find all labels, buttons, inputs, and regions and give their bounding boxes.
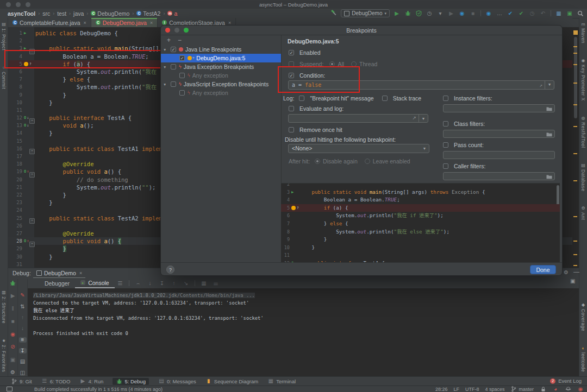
add-breakpoint-button[interactable]: + (167, 36, 171, 44)
run-disabled-button[interactable]: ▶ (448, 11, 454, 16)
commit-button[interactable]: ✔ (518, 11, 524, 16)
toolwindow-sequence-diagram[interactable]: ▮Sequence Diagram (205, 378, 258, 384)
folder-icon[interactable] (546, 106, 552, 112)
toolwindow-todo[interactable]: ☰6: TODO (41, 378, 71, 384)
debug-session-icon[interactable] (9, 280, 17, 287)
evaluate-and-log-checkbox[interactable]: Evaluate and log: (289, 105, 344, 112)
toolwindow-commit[interactable]: ○Commit (1, 66, 7, 89)
step-over-icon[interactable]: ⌢ (135, 281, 141, 286)
run-config-selector[interactable]: DebugDemo ▾ (341, 9, 390, 17)
gutter-icons[interactable]: ▶ (291, 188, 294, 197)
toolwindow-run[interactable]: ▶4: Run (79, 378, 103, 384)
settings-gear-button[interactable]: ⚙ (9, 369, 17, 376)
conditional-breakpoint-icon[interactable] (24, 62, 28, 66)
debug-session-tab[interactable]: DebugDemo × (33, 268, 85, 278)
build-hammer-icon[interactable] (330, 10, 337, 16)
step-into-icon[interactable]: ↓ (147, 281, 153, 286)
mute-breakpoints-button[interactable]: ⊘ (9, 344, 17, 350)
tree-item[interactable]: ϟAny exception (161, 71, 281, 80)
tree-item[interactable]: ▼ϟJavaScript Exception Breakpoints (161, 80, 281, 88)
error-indicator-icon[interactable]: ◉ (577, 387, 584, 392)
overriding-marker-icon[interactable]: O (24, 168, 26, 175)
pause-button[interactable]: ‖ (9, 306, 17, 312)
enabled-checkbox[interactable]: ✓Enabled (289, 49, 321, 56)
help-button[interactable]: ? (166, 265, 174, 274)
tree-item-checkbox[interactable]: ✓ (179, 55, 185, 61)
event-log-button[interactable]: 2 Event Log (550, 378, 582, 384)
editor-scrollbar[interactable] (572, 27, 579, 268)
editor-tab-completablefuture-java[interactable]: CCompletableFuture.java× (8, 18, 91, 27)
status-item[interactable]: 4 spaces (485, 387, 504, 392)
clear-console-button[interactable]: ✎ (19, 293, 27, 298)
profiler-status-icon[interactable]: ◕ (552, 387, 559, 392)
log-message-checkbox[interactable] (299, 96, 304, 101)
scroll-to-end-button[interactable]: ↧ (19, 348, 27, 353)
next-occurrence-button[interactable]: ↓ (19, 326, 27, 331)
async-profiler-icon[interactable]: ◉ (485, 11, 492, 16)
tree-item-checkbox[interactable] (179, 73, 185, 78)
gutter-icons[interactable]: ? (291, 204, 299, 212)
tab-console[interactable]: ▸Console (75, 278, 115, 288)
toolwindow-structure[interactable]: ▥2: Structure (1, 290, 7, 324)
force-step-into-icon[interactable]: ↧ (159, 281, 165, 286)
toolwindow-keypromoter[interactable]: ◉Key Promoter X (580, 59, 586, 101)
attach-debugger-icon[interactable]: ◉ (459, 11, 465, 16)
breadcrumb-item[interactable]: CTestA2 (136, 10, 160, 17)
run-arrow-icon[interactable]: ▶ (24, 29, 26, 37)
debug-button[interactable] (404, 10, 411, 16)
tree-item[interactable]: ϟAny exception (161, 88, 281, 97)
debug-console[interactable]: /Library/Java/JavaVirtualMachines/jdk1.8… (28, 288, 579, 377)
editor-tab-debugdemo-java[interactable]: CDebugDemo.java× (91, 18, 158, 27)
disable-until-select[interactable]: <None> ▼ (288, 144, 429, 153)
remove-breakpoint-button[interactable]: − (178, 36, 182, 44)
suspend-all-radio[interactable] (329, 61, 335, 67)
tree-item[interactable]: ▼ϟJava Exception Breakpoints (161, 62, 281, 71)
suspend-row[interactable]: Suspend: All Thread (289, 61, 377, 67)
breadcrumb-item[interactable]: asyncTool (8, 10, 35, 17)
preview-button[interactable]: ▣ (566, 11, 573, 16)
gutter-icons[interactable]: O↑ (24, 168, 29, 175)
run-arrow-icon[interactable]: ▶ (291, 188, 294, 197)
breadcrumb-item[interactable]: java (73, 10, 84, 17)
status-item[interactable]: LF (453, 387, 459, 392)
view-breakpoints-button[interactable]: ◉ (9, 331, 17, 338)
project-structure-button[interactable]: ▦ (555, 11, 562, 16)
gutter-icons[interactable]: O↓ (24, 122, 29, 129)
gutter-icons[interactable]: O↓ (24, 114, 29, 122)
run-button[interactable]: ▶ (394, 11, 400, 16)
stack-trace-checkbox[interactable] (382, 96, 388, 101)
hide-panel-icon[interactable]: — (573, 268, 579, 275)
incognito-icon[interactable] (565, 387, 571, 391)
implemented-marker-icon[interactable]: O (24, 114, 26, 122)
scrollbar-thumb[interactable] (574, 37, 577, 118)
breadcrumb-item[interactable]: ma (167, 10, 177, 17)
instance-filters-input[interactable] (443, 104, 555, 112)
tree-item[interactable]: ▼✓Java Line Breakpoints (161, 45, 281, 54)
update-project-button[interactable]: ✔ (507, 11, 514, 16)
conditional-breakpoint-icon[interactable] (291, 206, 296, 210)
gutter-icons[interactable]: ▶ (24, 29, 26, 37)
class-filters-checkbox[interactable]: Class filters: (443, 121, 485, 127)
stop-button[interactable]: ■ (9, 318, 17, 325)
status-item[interactable]: 28:26 (435, 387, 448, 392)
step-out-icon[interactable]: ↑ (171, 281, 177, 286)
layout-settings-icon[interactable]: ☰ (117, 281, 123, 286)
gutter-icons[interactable]: ▶ (24, 45, 26, 52)
evaluate-history-chevron-icon[interactable]: ▼ (419, 114, 428, 123)
toolwindow-database[interactable]: ▤Database (580, 163, 586, 191)
toolwindow-maven[interactable]: mMaven (580, 22, 586, 43)
toolwindow-ant[interactable]: ⚙Ant (580, 206, 586, 220)
lock-open-icon[interactable] (540, 387, 546, 392)
capture-button[interactable]: ▣ (9, 357, 17, 363)
done-button[interactable]: Done (530, 265, 556, 274)
dialog-titlebar[interactable]: Breakpoints (161, 26, 562, 35)
close-icon[interactable]: × (150, 20, 153, 26)
gear-icon[interactable]: ⚙ (564, 269, 569, 275)
tree-item-checkbox[interactable] (171, 81, 176, 87)
run-arrow-icon[interactable]: ▶ (24, 45, 26, 52)
toolwindow-terminal[interactable]: ▦Terminal (267, 378, 296, 384)
tree-expander-icon[interactable]: ▼ (163, 48, 166, 52)
remove-once-hit-checkbox[interactable]: Remove once hit (289, 127, 342, 133)
close-icon[interactable]: × (228, 20, 231, 26)
rollback-button[interactable]: ↶ (540, 11, 546, 16)
